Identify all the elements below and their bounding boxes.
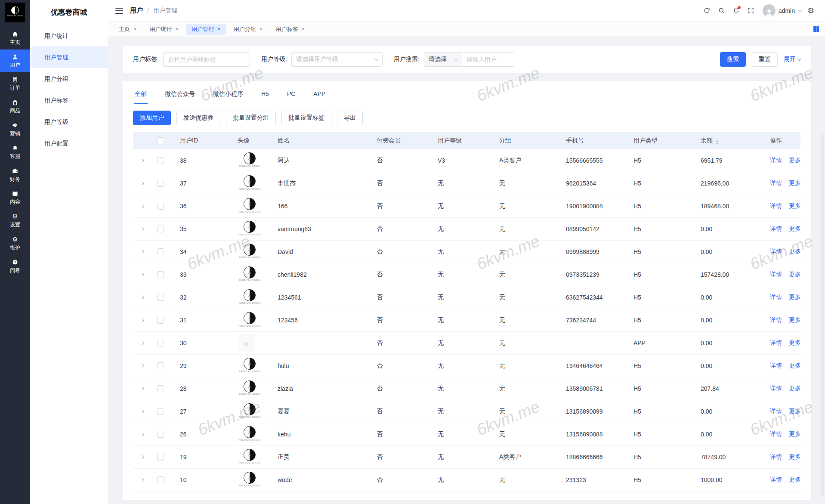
rail-item-content[interactable]: 内容 [0, 186, 30, 209]
detail-link[interactable]: 详情 [770, 271, 782, 278]
row-checkbox[interactable] [157, 340, 164, 346]
rail-item-maintain[interactable]: 维护 [0, 232, 30, 255]
rail-item-home[interactable]: 主页 [0, 27, 30, 49]
action-button-1[interactable]: 发送优惠券 [176, 111, 220, 125]
rail-item-order[interactable]: 订单 [0, 72, 30, 95]
row-expand-icon[interactable] [139, 410, 144, 413]
detail-link[interactable]: 详情 [770, 476, 782, 484]
more-link[interactable]: 更多 [789, 157, 800, 164]
row-checkbox[interactable] [157, 157, 164, 164]
sort-icon[interactable] [715, 140, 719, 145]
more-link[interactable]: 更多 [789, 179, 800, 187]
user-menu[interactable]: admin [763, 4, 801, 17]
rail-item-finance[interactable]: 财务 [0, 164, 30, 186]
row-expand-icon[interactable] [139, 433, 144, 436]
search-field-select[interactable]: 请选择 [424, 52, 462, 67]
more-link[interactable]: 更多 [789, 248, 800, 256]
channel-tab-1[interactable]: 微信公众号 [164, 84, 196, 104]
rail-item-settings[interactable]: ⚙设置 [0, 209, 30, 232]
channel-tab-2[interactable]: 微信小程序 [212, 84, 244, 104]
row-expand-icon[interactable] [139, 455, 144, 459]
search-keyword-input[interactable] [462, 52, 514, 67]
channel-tab-5[interactable]: APP [312, 84, 326, 104]
row-expand-icon[interactable] [139, 273, 144, 276]
more-link[interactable]: 更多 [789, 362, 800, 370]
channel-tab-0[interactable]: 全部 [134, 84, 148, 104]
row-checkbox[interactable] [157, 294, 164, 301]
row-checkbox[interactable] [157, 454, 164, 461]
detail-link[interactable]: 详情 [770, 225, 782, 233]
more-link[interactable]: 更多 [789, 294, 800, 301]
row-checkbox[interactable] [157, 362, 164, 369]
row-checkbox[interactable] [157, 385, 164, 392]
action-button-0[interactable]: 添加用户 [133, 111, 171, 125]
detail-link[interactable]: 详情 [770, 362, 782, 370]
select-all-checkbox[interactable] [157, 137, 164, 144]
more-link[interactable]: 更多 [789, 316, 800, 324]
notification-bell-icon[interactable] [729, 3, 744, 18]
row-checkbox[interactable] [157, 317, 164, 324]
expand-filters-link[interactable]: 展开 [784, 56, 800, 63]
row-checkbox[interactable] [157, 408, 164, 415]
action-button-2[interactable]: 批量设置分组 [226, 111, 276, 125]
row-expand-icon[interactable] [139, 204, 144, 208]
row-expand-icon[interactable] [139, 227, 144, 231]
row-checkbox[interactable] [157, 476, 164, 483]
search-icon[interactable] [714, 3, 729, 18]
row-expand-icon[interactable] [139, 478, 144, 482]
sidebar-item-4[interactable]: 用户等级 [30, 111, 108, 133]
row-checkbox[interactable] [157, 203, 164, 210]
detail-link[interactable]: 详情 [770, 339, 782, 347]
more-link[interactable]: 更多 [789, 225, 800, 233]
rail-item-goods[interactable]: 商品 [0, 95, 30, 118]
tab-layout-grid-icon[interactable] [813, 26, 819, 32]
row-checkbox[interactable] [157, 248, 164, 255]
menu-collapse-icon[interactable] [115, 8, 123, 14]
level-select[interactable]: 请选择用户等级 [291, 52, 383, 67]
row-expand-icon[interactable] [139, 387, 144, 390]
column-header-8[interactable]: 余额 [701, 137, 770, 145]
rail-item-survey[interactable]: ?问卷 [0, 255, 30, 278]
detail-link[interactable]: 详情 [770, 385, 782, 393]
more-link[interactable]: 更多 [789, 408, 800, 415]
refresh-icon[interactable] [700, 3, 714, 18]
detail-link[interactable]: 详情 [770, 202, 782, 210]
more-link[interactable]: 更多 [789, 385, 800, 393]
more-link[interactable]: 更多 [789, 476, 800, 484]
rail-item-service[interactable]: 客服 [0, 141, 30, 164]
row-checkbox[interactable] [157, 271, 164, 278]
tag-select-input[interactable] [163, 52, 250, 67]
tab-close-icon[interactable]: × [133, 26, 137, 32]
detail-link[interactable]: 详情 [770, 248, 782, 256]
rail-item-marketing[interactable]: 营销 [0, 118, 30, 141]
detail-link[interactable]: 详情 [770, 179, 782, 187]
detail-link[interactable]: 详情 [770, 453, 782, 461]
detail-link[interactable]: 详情 [770, 157, 782, 164]
row-checkbox[interactable] [157, 180, 164, 187]
row-expand-icon[interactable] [139, 341, 144, 345]
sidebar-item-3[interactable]: 用户标签 [30, 90, 108, 111]
tab-2[interactable]: 用户管理× [186, 24, 226, 35]
row-expand-icon[interactable] [139, 159, 144, 162]
tab-4[interactable]: 用户标签× [270, 24, 310, 35]
channel-tab-3[interactable]: H5 [260, 84, 270, 104]
tab-1[interactable]: 用户统计× [145, 24, 184, 35]
row-expand-icon[interactable] [139, 296, 144, 299]
sidebar-item-1[interactable]: 用户管理 [30, 46, 108, 68]
tab-0[interactable]: 主页× [114, 24, 142, 35]
detail-link[interactable]: 详情 [770, 430, 782, 438]
reset-button[interactable]: 重置 [752, 52, 778, 67]
tab-3[interactable]: 用户分组× [229, 24, 268, 35]
tab-close-icon[interactable]: × [217, 26, 221, 32]
sidebar-item-5[interactable]: 用户配置 [30, 133, 108, 154]
detail-link[interactable]: 详情 [770, 316, 782, 324]
row-expand-icon[interactable] [139, 318, 144, 322]
row-checkbox[interactable] [157, 226, 164, 232]
tab-close-icon[interactable]: × [176, 26, 179, 32]
detail-link[interactable]: 详情 [770, 294, 782, 301]
breadcrumb-root[interactable]: 用户 [130, 6, 143, 15]
row-expand-icon[interactable] [139, 364, 144, 368]
row-expand-icon[interactable] [139, 250, 144, 254]
more-link[interactable]: 更多 [789, 202, 800, 210]
tab-close-icon[interactable]: × [260, 26, 263, 32]
